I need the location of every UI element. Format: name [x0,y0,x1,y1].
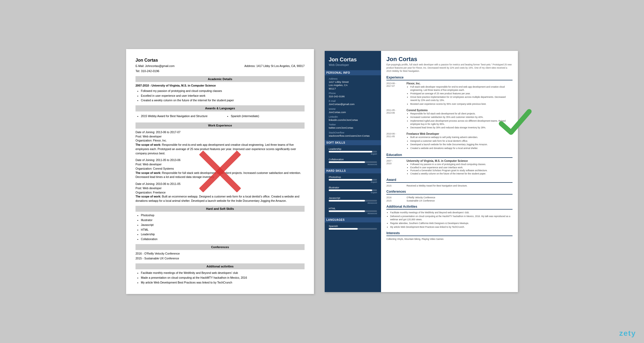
work-entry-1: Date of Joining: 2013-06 to 2017-07 Post… [136,130,305,156]
hard-skills-title: Hard Skills [325,168,381,173]
exp-content-3: Freelance Web Developer Built an ecommer… [407,132,488,150]
right-resume: Jon Cortas Web Developer Personal Info A… [325,51,518,292]
main-name: Jon Cortas [386,56,513,63]
activities-list: Facilitate monthly meetings of the Webfi… [386,211,513,229]
skill-illustrator-fill [329,189,372,191]
address-label: Address [329,77,377,80]
exp-company-3: Freelance Web Developer [407,132,488,135]
stackoverflow-label: StackOverflow [329,131,377,134]
conf-name-1: O'Reilly Velocity Conference [407,196,435,199]
list-item: Photoshop [141,213,305,218]
skill-html-track [329,210,377,212]
work-org-3: Organization: Freelance [136,191,305,195]
skill-spanish-track [329,228,377,230]
left-tel: Tel: 310-242-0196 [136,69,305,73]
skill-javascript-label: Javascript [329,196,377,199]
exp-bullets-2: Responsible for full stack web developme… [407,112,513,129]
scope-label-1: The scope of work: [136,143,161,146]
conf-1: 2016 - O'Reilly Velocity Conference [136,252,305,256]
left-activities-header: Additonal activities [136,263,305,270]
list-item: Made a presentation on cloud computing a… [141,276,305,280]
work-post-3: Post: Web developer [136,186,305,191]
twitter-label: Twitter [329,123,377,126]
left-address: Address: 1417 Libby St Los Angeles, CA, … [244,64,305,68]
work-date-3: Date of Joining: 2010-06 to 2011-05 [136,182,305,186]
personal-info-title: Personal Info [325,70,381,75]
left-name: Jon Cortas [136,57,305,64]
exp-bullets-3: Built an ecommerce webapp to sell potty … [407,136,488,150]
conf-entry-2: 2015 Sustainable UX Conference [386,199,513,202]
list-item: Built an ecommerce webapp to sell potty … [410,136,488,139]
work-scope-3: The scope of work: Built an ecommerce we… [136,195,305,203]
skill-javascript-sublabel: Advanced [329,202,377,204]
left-awards-row: 2015 Webby Award for Best Navigation and… [136,113,305,120]
www-label: WWW [329,108,377,110]
work-post-2: Post: Web developer [136,162,305,167]
skill-javascript-fill [329,200,365,202]
sidebar-email: JonCortas@gmail.com [329,103,377,106]
list-item: Leadership [141,232,305,237]
exp-entry-1: 2013-06 - 2017-07 Flexor, Inc. Full stac… [386,82,513,106]
sidebar-address: 1417 Libby Street Los Angeles, CA 90117 [329,80,377,90]
skill-collaboration-fill [329,161,365,163]
resume-main: Jon Cortas Eye-poppingly prolific, full … [381,51,518,292]
list-item: Created a website and donations webapp f… [410,147,488,150]
email-label: E-mail [329,100,377,102]
linkedin-label: LinkedIn [329,115,377,118]
sidebar-name: Jon Cortas [329,56,377,63]
award-entry-1: 2015 Received a Webby Award for Best Nav… [386,184,513,187]
interests-title: Interests [386,231,513,236]
list-item: Facilitate monthly meetings of the Webfi… [141,271,305,275]
skill-photoshop-track [329,179,377,181]
conf-entry-1: 2016 O'Reilly Velocity Conference [386,196,513,199]
skill-collaboration-label: Collaboration [329,158,377,161]
list-item: Prototyped an average of 25 new product … [410,92,513,95]
list-item: Decreased lead times by 30% and reduced … [410,126,513,129]
edu-date-1: 2007 - 2010 [386,159,404,175]
left-activities-list: Facilitate monthly meetings of the Webfi… [136,271,305,285]
list-item: Created a weekly column on the future of… [410,172,488,175]
list-item: HTML [141,228,305,232]
list-item: Delivered a presentation on cloud comput… [390,215,513,221]
skill-spanish-label: Spanish [329,225,377,228]
sidebar-twitter: twitter.com/JonCortas [329,126,377,129]
award-year-1: 2015 [386,184,404,187]
exp-content-2: Corend Systems Responsible for full stac… [407,109,513,130]
skill-collaboration-track [329,161,377,163]
list-item: Excelled in user experience and user int… [410,166,488,169]
work-entry-2: Date of Joining: 2011-05 to 2013-06 Post… [136,158,305,179]
list-item: Created a weekly column on the future of… [141,98,305,103]
left-awards-header: Awards & Languages [136,105,305,111]
exp-content-1: Flexor, Inc. Full stack web developer re… [407,82,513,106]
sidebar-stackoverflow: stackoverflow.com/users/Jon-Cortas [329,134,377,137]
soft-skills-title: Soft Skills [325,140,381,145]
list-item: Spanish (intermediate) [231,114,305,118]
list-item: Excelled in user experience and user int… [141,94,305,98]
skill-html-sublabel: Advanced [329,212,377,215]
skill-spanish-fill [329,228,358,230]
list-item: Followed my passion in a core of prototy… [410,163,488,166]
resume-sidebar: Jon Cortas Web Developer Personal Info A… [325,51,381,292]
exp-entry-3: 2010-06 - 2011-05 Freelance Web Develope… [386,132,513,150]
skill-photoshop: Photoshop Expert [329,176,377,183]
award-title: Award [386,178,513,183]
interests-text: Collecting Vinyls, Mountain biking, Play… [386,238,513,240]
skill-illustrator-label: Illustrator [329,186,377,189]
list-item: Regular attendee, Southern California We… [390,222,513,225]
main-tagline: Eye-poppingly prolific, full stack web d… [386,63,513,73]
phone-label: Phone [329,92,377,95]
edu-school-1: University of Virginia, M.S. in Computer… [407,159,488,162]
edu-entry-1: 2007 - 2010 University of Virginia, M.S.… [386,159,513,175]
skill-html-fill [329,210,365,212]
skill-collaboration-sublabel: Advanced [329,163,377,166]
work-entry-3: Date of Joining: 2010-06 to 2011-05 Post… [136,182,305,203]
left-address-value: 1417 Libby St Los Angeles, CA, 90017 [256,64,305,68]
skill-photoshop-sublabel: Expert [329,181,377,183]
left-skills-list: Photoshop Illustrator Javascript HTML Le… [136,213,305,241]
edu-bullets-1: Followed my passion in a core of prototy… [407,163,488,175]
skill-leadership-fill [329,151,372,152]
list-item: Pursued a Generalist Scholars Program gr… [410,169,488,172]
exp-date-3: 2010-06 - 2011-05 [386,132,404,150]
skill-html-label: HTML [329,207,377,210]
scope-label-2: The scope of work: [136,171,161,174]
